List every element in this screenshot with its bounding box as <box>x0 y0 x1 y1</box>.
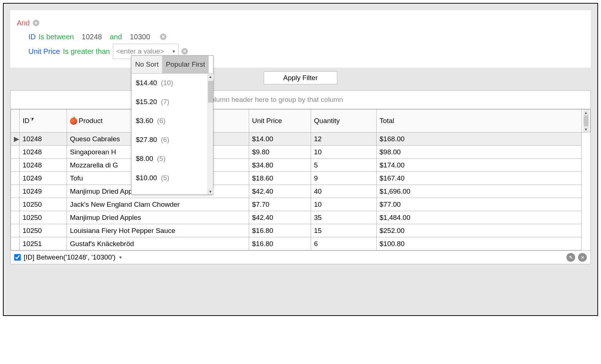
row-indicator <box>11 211 20 224</box>
cell-id: 10249 <box>20 185 67 198</box>
dropdown-item-count: (5) <box>157 155 165 162</box>
dropdown-item-label: $14.40 <box>136 79 157 87</box>
dropdown-item-label: $3.60 <box>136 117 153 124</box>
dropdown-scrollbar[interactable]: ▲ ▼ <box>207 74 213 194</box>
dropdown-item-count: (7) <box>161 98 169 106</box>
dropdown-item-label: $44.00 <box>136 193 157 194</box>
scroll-down-icon[interactable]: ▼ <box>583 126 589 132</box>
cell-product: Gustaf's Knäckebröd <box>67 237 249 250</box>
table-row[interactable]: 10250Jack's New England Clam Chowder$7.7… <box>11 198 590 211</box>
cell-total: $100.80 <box>377 237 582 250</box>
cell-quantity: 5 <box>311 159 377 172</box>
filter-condition-1: Unit Price Is greater than <enter a valu… <box>28 44 585 59</box>
row-indicator <box>11 237 20 250</box>
chevron-down-icon[interactable]: ▼ <box>118 255 122 260</box>
cell-id: 10250 <box>20 211 67 224</box>
row-indicator <box>11 146 20 159</box>
filter-builder-panel: And + ID Is between 10248 and 10300 ✕ Un… <box>10 10 591 68</box>
filter-root-operator[interactable]: And <box>17 16 30 30</box>
dropdown-item-label: $10.00 <box>136 174 157 182</box>
cell-total: $252.00 <box>377 224 582 237</box>
table-row[interactable]: 10249Manjimup Dried Apples$42.4040$1,696… <box>11 185 590 198</box>
apply-filter-button[interactable]: Apply Filter <box>264 71 337 84</box>
cell-unit-price: $14.00 <box>249 132 311 146</box>
table-row[interactable]: 10248Singaporean H$9.8010$98.00 <box>11 146 590 159</box>
edit-filter-icon[interactable]: ✎ <box>566 253 575 262</box>
cell-total: $168.00 <box>377 132 582 146</box>
dropdown-item[interactable]: $14.40 (10) <box>131 74 207 92</box>
table-row[interactable]: 10249Tofu$18.609$167.40 <box>11 172 590 185</box>
cell-unit-price: $42.40 <box>249 185 311 198</box>
cell-quantity: 35 <box>311 211 377 224</box>
cell-total: $174.00 <box>377 159 582 172</box>
column-label: ID <box>23 117 30 124</box>
column-header-quantity[interactable]: Quantity <box>311 110 377 132</box>
data-grid: ID⧩ Product Unit Price Quantity Total ▲ … <box>11 109 590 250</box>
dropdown-item[interactable]: $44.00 (5) <box>131 187 207 194</box>
dropdown-item[interactable]: $10.00 (5) <box>131 169 207 187</box>
dropdown-item[interactable]: $15.20 (7) <box>131 92 207 111</box>
tab-popular-first[interactable]: Popular First <box>162 56 209 73</box>
field-name[interactable]: Unit Price <box>28 44 60 58</box>
cell-id: 10248 <box>20 146 67 159</box>
table-row[interactable]: 10251Gustaf's Knäckebröd$16.806$100.80 <box>11 237 590 250</box>
clear-filter-icon[interactable]: ✕ <box>578 253 587 262</box>
filter-operator[interactable]: Is between <box>39 30 74 44</box>
filter-footer: [ID] Between('10248', '10300') ▼ ✎ ✕ <box>11 250 590 264</box>
grid-scrollbar[interactable]: ▲ ▼ <box>582 110 590 132</box>
cell-quantity: 10 <box>311 146 377 159</box>
scroll-thumb[interactable] <box>584 115 589 126</box>
dropdown-sort-tabs: No Sort Popular First <box>131 56 213 74</box>
filter-enabled-checkbox[interactable] <box>14 254 21 261</box>
header-row: ID⧩ Product Unit Price Quantity Total ▲ … <box>11 110 590 132</box>
filter-value-1[interactable]: 10248 <box>82 30 102 44</box>
row-indicator <box>11 224 20 237</box>
filter-icon[interactable]: ⧩ <box>30 117 34 122</box>
cell-product: Louisiana Fiery Hot Pepper Sauce <box>67 224 249 237</box>
table-row[interactable]: ▶10248Queso Cabrales$14.0012$168.00 <box>11 132 590 146</box>
cell-id: 10249 <box>20 172 67 185</box>
field-name[interactable]: ID <box>28 30 36 44</box>
cell-total: $1,484.00 <box>377 211 582 224</box>
filter-value-2[interactable]: 10300 <box>130 30 150 44</box>
cell-total: $98.00 <box>377 146 582 159</box>
group-by-panel[interactable]: column header here to group by that colu… <box>11 91 590 109</box>
dropdown-item[interactable]: $3.60 (6) <box>131 111 207 130</box>
scroll-up-icon[interactable]: ▲ <box>208 74 213 79</box>
cell-unit-price: $42.40 <box>249 211 311 224</box>
remove-condition-icon[interactable]: ✕ <box>181 48 188 55</box>
filter-and-word: and <box>110 30 122 44</box>
scroll-down-icon[interactable]: ▼ <box>208 189 213 194</box>
column-header-total[interactable]: Total <box>377 110 582 132</box>
dropdown-item[interactable]: $8.00 (5) <box>131 149 207 168</box>
remove-condition-icon[interactable]: ✕ <box>160 33 166 40</box>
filter-operator[interactable]: Is greater than <box>63 44 110 58</box>
cell-total: $167.40 <box>377 172 582 185</box>
scroll-up-icon[interactable]: ▲ <box>583 110 589 115</box>
row-indicator <box>11 198 20 211</box>
cell-id: 10248 <box>20 159 67 172</box>
add-condition-icon[interactable]: + <box>33 20 39 26</box>
cell-quantity: 40 <box>311 185 377 198</box>
cell-unit-price: $34.80 <box>249 159 311 172</box>
dropdown-item[interactable]: $27.80 (6) <box>131 130 207 149</box>
filter-expression[interactable]: [ID] Between('10248', '10300') <box>24 253 115 261</box>
cell-id: 10251 <box>20 237 67 250</box>
dropdown-item-count: (10) <box>161 79 173 87</box>
cell-quantity: 15 <box>311 224 377 237</box>
product-icon <box>70 118 77 125</box>
table-row[interactable]: 10250Manjimup Dried Apples$42.4035$1,484… <box>11 211 590 224</box>
column-header-unit-price[interactable]: Unit Price <box>249 110 311 132</box>
cell-quantity: 10 <box>311 198 377 211</box>
cell-product: Manjimup Dried Apples <box>67 211 249 224</box>
cell-quantity: 6 <box>311 237 377 250</box>
table-row[interactable]: 10250Louisiana Fiery Hot Pepper Sauce$16… <box>11 224 590 237</box>
row-indicator <box>11 172 20 185</box>
scroll-thumb[interactable] <box>208 81 213 103</box>
cell-unit-price: $18.60 <box>249 172 311 185</box>
table-row[interactable]: 10248Mozzarella di G$34.805$174.00 <box>11 159 590 172</box>
cell-unit-price: $16.80 <box>249 237 311 250</box>
cell-unit-price: $9.80 <box>249 146 311 159</box>
tab-no-sort[interactable]: No Sort <box>131 56 162 73</box>
column-header-id[interactable]: ID⧩ <box>20 110 67 132</box>
